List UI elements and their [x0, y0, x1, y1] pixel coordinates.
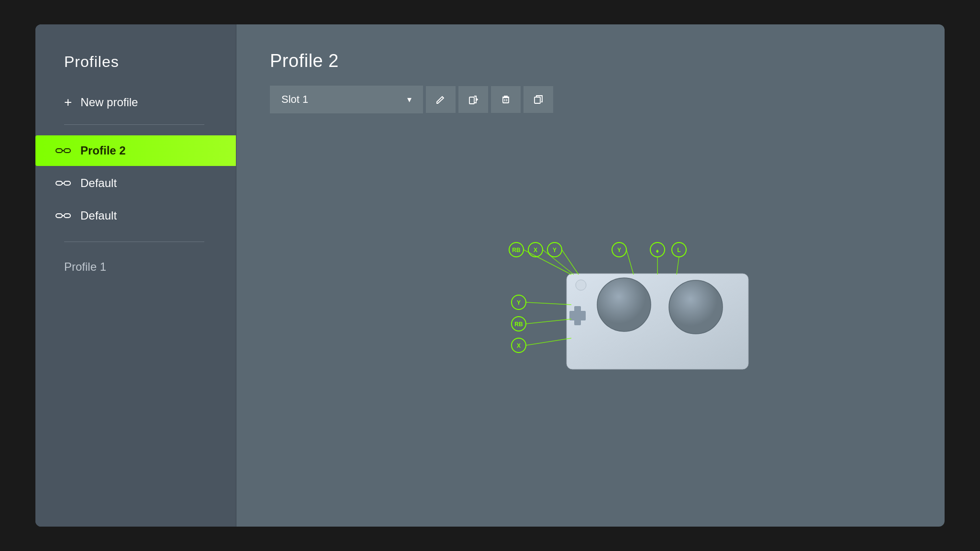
svg-rect-3 [56, 181, 62, 185]
svg-line-42 [626, 250, 634, 275]
move-button[interactable] [458, 86, 488, 113]
slot-label: Slot 1 [281, 93, 308, 106]
svg-line-44 [677, 257, 679, 275]
default1-link-icon [55, 178, 72, 188]
slot-dropdown[interactable]: Slot 1 ▾ [270, 86, 423, 113]
svg-text:L: L [677, 247, 680, 253]
svg-text:X: X [517, 342, 521, 349]
svg-rect-15 [567, 274, 748, 369]
main-content: Profile 2 Slot 1 ▾ [236, 24, 945, 527]
svg-text:⬧: ⬧ [655, 246, 660, 254]
svg-rect-9 [469, 97, 474, 104]
svg-line-47 [526, 338, 571, 345]
svg-text:Y: Y [617, 247, 621, 253]
controller-diagram: RB X Y Y ⬧ L [423, 231, 758, 403]
plus-icon: + [64, 95, 72, 110]
dropdown-arrow-icon: ▾ [407, 94, 412, 105]
svg-rect-6 [56, 214, 62, 218]
tv-screen: Profiles + New profile Profile 2 [35, 24, 945, 527]
main-profile-title: Profile 2 [270, 51, 911, 71]
svg-text:RB: RB [512, 247, 521, 253]
svg-text:Y: Y [553, 247, 557, 253]
svg-rect-4 [64, 181, 70, 185]
svg-text:Y: Y [517, 299, 521, 306]
svg-rect-11 [503, 98, 509, 103]
sidebar-item-default2[interactable]: Default [35, 200, 236, 231]
svg-line-45 [526, 302, 571, 305]
sidebar-title: Profiles [35, 53, 236, 85]
copy-button[interactable] [523, 86, 553, 113]
default1-label: Default [80, 176, 117, 190]
sidebar-divider-top [64, 124, 204, 125]
controller-area: RB X Y Y ⬧ L [270, 132, 911, 500]
delete-button[interactable] [491, 86, 521, 113]
profile2-label: Profile 2 [80, 144, 126, 157]
profile1-label: Profile 1 [64, 260, 106, 274]
sidebar-divider-bottom [64, 242, 204, 242]
default2-link-icon [55, 211, 72, 220]
new-profile-label: New profile [80, 96, 138, 109]
new-profile-button[interactable]: + New profile [35, 85, 236, 120]
profile2-link-icon [55, 146, 72, 155]
sidebar: Profiles + New profile Profile 2 [35, 24, 236, 527]
svg-text:X: X [534, 247, 537, 253]
svg-rect-0 [56, 149, 62, 153]
sidebar-item-default1[interactable]: Default [35, 168, 236, 198]
default2-label: Default [80, 209, 117, 222]
sidebar-item-profile1[interactable]: Profile 1 [35, 252, 236, 282]
svg-point-20 [669, 280, 723, 334]
svg-point-19 [597, 278, 651, 331]
svg-point-16 [576, 280, 586, 290]
sidebar-item-profile2[interactable]: Profile 2 [35, 135, 236, 166]
svg-text:RB: RB [514, 321, 523, 328]
svg-rect-14 [535, 97, 540, 103]
svg-line-46 [526, 319, 571, 324]
controller-svg: RB X Y Y ⬧ L [423, 231, 758, 403]
svg-rect-18 [569, 311, 586, 320]
svg-rect-1 [64, 149, 70, 153]
edit-button[interactable] [426, 86, 456, 113]
slot-bar: Slot 1 ▾ [270, 86, 911, 113]
svg-rect-7 [64, 214, 70, 218]
